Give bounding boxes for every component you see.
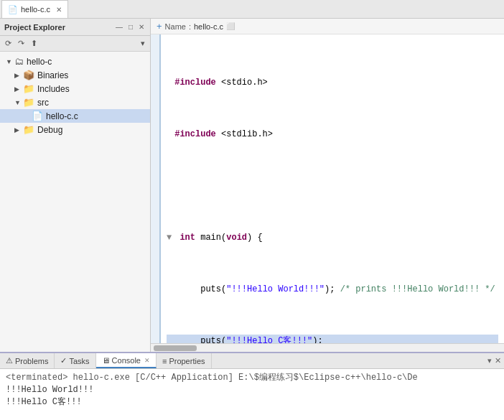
- problems-label: Problems: [15, 357, 48, 365]
- fold-4: ▼: [167, 231, 177, 244]
- panel-close-btn[interactable]: ✕: [137, 23, 146, 31]
- toolbar-btn-3[interactable]: ⬆: [29, 38, 39, 49]
- breadcrumb-plus[interactable]: +: [157, 21, 162, 32]
- arrow-binaries: ▶: [14, 72, 23, 79]
- console-output: <terminated> hello-c.exe [C/C++ Applicat…: [0, 369, 504, 420]
- editor-scrollbar-h[interactable]: [151, 343, 504, 352]
- editor-breadcrumb: + Name : hello-c.c ⬜: [151, 19, 504, 34]
- tree-label-binaries: Binaries: [37, 70, 68, 80]
- tab-file-icon: 📄: [8, 5, 18, 14]
- tree-item-hello-c[interactable]: ▼ 🗂 hello-c: [0, 55, 150, 68]
- code-editor[interactable]: #include <stdio.h> #include <stdlib.h> ▼…: [151, 34, 504, 343]
- tab-tasks[interactable]: ✓ Tasks: [55, 353, 95, 368]
- fold-2: [167, 128, 172, 141]
- console-tab-close[interactable]: ✕: [144, 357, 150, 364]
- src-folder-icon: 📁: [23, 97, 34, 108]
- toolbar-btn-2[interactable]: ↷: [16, 38, 27, 49]
- tab-label: hello-c.c: [21, 5, 50, 14]
- project-explorer-toolbar: ⟳ ↷ ⬆ ▾: [0, 36, 150, 52]
- console-label: Console: [112, 356, 141, 365]
- tasks-icon: ✓: [60, 356, 67, 365]
- tree-item-includes[interactable]: ▶ 📁 Includes: [0, 82, 150, 95]
- arrow-hello-c: ▼: [6, 58, 14, 65]
- tab-problems[interactable]: ⚠ Problems: [0, 353, 55, 368]
- bottom-close-btn[interactable]: ✕: [495, 356, 501, 365]
- code-line-3: [167, 179, 498, 192]
- panel-minimize-btn[interactable]: —: [114, 23, 124, 31]
- includes-icon: 📁: [23, 83, 34, 94]
- debug-folder-icon: 📁: [23, 124, 34, 135]
- project-explorer-header: Project Explorer — □ ✕: [0, 19, 150, 36]
- editor-tab-bar: 📄 hello-c.c ✕: [0, 0, 504, 19]
- problems-icon: ⚠: [6, 356, 13, 365]
- tree-label-hello-c-file: hello-c.c: [46, 111, 78, 121]
- line-gutter: [151, 34, 161, 343]
- code-line-2: #include <stdlib.h>: [167, 128, 498, 141]
- panel-maximize-btn[interactable]: □: [127, 23, 134, 31]
- tree-label-hello-c: hello-c: [27, 57, 52, 67]
- bottom-panel-controls: ▾ ✕: [485, 353, 504, 368]
- code-line-5: puts("!!!Hello World!!!"); /* prints !!!…: [167, 283, 498, 296]
- tree-item-debug[interactable]: ▶ 📁 Debug: [0, 123, 150, 136]
- bottom-panel: ⚠ Problems ✓ Tasks 🖥 Console ✕ ≡ Propert…: [0, 352, 504, 420]
- tab-console[interactable]: 🖥 Console ✕: [96, 353, 157, 368]
- binaries-icon: 📦: [23, 70, 34, 80]
- console-output-line-1: !!!Hello World!!!: [6, 384, 498, 396]
- project-explorer-title: Project Explorer: [4, 23, 65, 32]
- tree-item-hello-c-file[interactable]: 📄 hello-c.c: [0, 109, 150, 123]
- toolbar-btn-1[interactable]: ⟳: [3, 38, 14, 49]
- breadcrumb-file-bracket: ⬜: [226, 22, 235, 30]
- editor-panel: + Name : hello-c.c ⬜ #include <stdio.h> …: [151, 19, 504, 352]
- fold-1: [167, 76, 172, 89]
- scrollbar-thumb[interactable]: [154, 345, 197, 351]
- tasks-label: Tasks: [69, 357, 89, 365]
- project-icon: 🗂: [14, 56, 24, 67]
- code-content[interactable]: #include <stdio.h> #include <stdlib.h> ▼…: [161, 34, 504, 343]
- tab-properties[interactable]: ≡ Properties: [157, 353, 212, 368]
- code-line-1: #include <stdio.h>: [167, 76, 498, 89]
- console-icon: 🖥: [102, 356, 110, 365]
- tree-item-binaries[interactable]: ▶ 📦 Binaries: [0, 68, 150, 82]
- code-line-4: ▼ int main(void) {: [167, 231, 498, 244]
- tree-label-src: src: [37, 98, 49, 108]
- arrow-debug: ▶: [14, 126, 23, 134]
- project-tree: ▼ 🗂 hello-c ▶ 📦 Binaries ▶ 📁 Includes: [0, 52, 150, 352]
- panel-controls: — □ ✕: [114, 23, 146, 31]
- properties-label: Properties: [169, 357, 205, 365]
- breadcrumb-sep: :: [189, 22, 191, 31]
- code-line-6: puts("!!!Hello C客!!!");: [167, 335, 498, 343]
- tree-label-includes: Includes: [37, 84, 70, 94]
- c-file-icon: 📄: [32, 111, 43, 121]
- tree-label-debug: Debug: [37, 125, 62, 135]
- arrow-src: ▼: [14, 99, 23, 106]
- tab-hello-c[interactable]: 📄 hello-c.c ✕: [1, 0, 68, 18]
- bottom-tabs-list: ⚠ Problems ✓ Tasks 🖥 Console ✕ ≡ Propert…: [0, 353, 212, 368]
- tree-item-src[interactable]: ▼ 📁 src: [0, 95, 150, 109]
- fold-5: [167, 283, 177, 296]
- fold-6: [167, 335, 177, 343]
- bottom-menu-btn[interactable]: ▾: [487, 356, 492, 365]
- bottom-tab-bar: ⚠ Problems ✓ Tasks 🖥 Console ✕ ≡ Propert…: [0, 353, 504, 369]
- breadcrumb-name: Name: [165, 22, 186, 31]
- toolbar-btn-4[interactable]: ▾: [139, 38, 147, 49]
- project-explorer-panel: Project Explorer — □ ✕ ⟳ ↷ ⬆ ▾ ▼ 🗂 hello…: [0, 19, 151, 352]
- properties-icon: ≡: [162, 357, 167, 365]
- tab-close-icon[interactable]: ✕: [56, 6, 62, 14]
- console-output-line-2: !!!Hello C客!!!: [6, 396, 498, 409]
- breadcrumb-file: hello-c.c: [194, 22, 223, 31]
- arrow-includes: ▶: [14, 85, 23, 93]
- console-terminated-line: <terminated> hello-c.exe [C/C++ Applicat…: [6, 372, 498, 384]
- main-area: Project Explorer — □ ✕ ⟳ ↷ ⬆ ▾ ▼ 🗂 hello…: [0, 19, 504, 352]
